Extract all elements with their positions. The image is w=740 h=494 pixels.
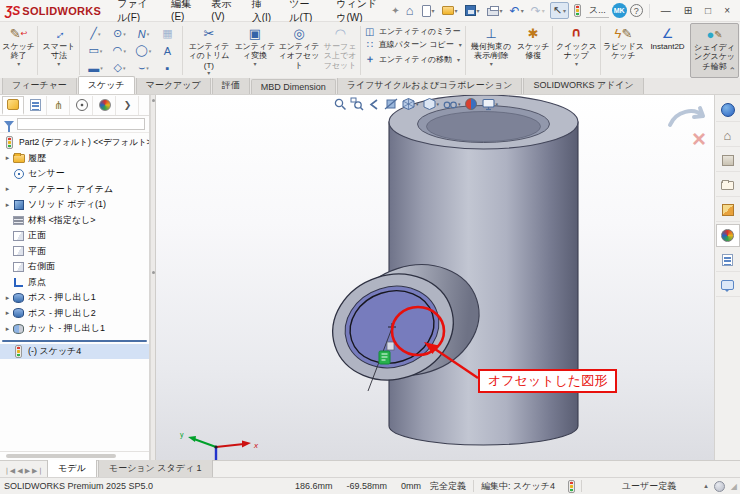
expand-arrow-icon[interactable]: ▸ [3,185,12,193]
ribbon-tab-2[interactable]: マークアップ [136,76,211,94]
tree-horizontal-scrollbar[interactable] [0,451,149,460]
next-tab-button[interactable]: ▶ [25,467,30,475]
select-tool-button[interactable]: ↖▾ [550,2,569,19]
document-tab-0[interactable]: モデル [47,459,97,477]
expand-arrow-icon[interactable]: ▸ [3,309,12,317]
prev-tab-button[interactable]: ◀ [17,467,22,475]
task-pane-view-palette[interactable] [716,199,740,222]
close-button[interactable]: × [719,5,735,16]
model-canvas[interactable]: × x y z [156,95,714,460]
units-caret-icon[interactable]: ▴ [704,482,708,490]
sketch-picture-tool[interactable]: ▦ [155,25,179,42]
arc-tool[interactable]: ◠▾ [107,42,131,59]
tab-dimxpert[interactable] [71,96,93,115]
graphics-viewport[interactable]: × x y z ▾ ▾ ▾ [156,95,714,460]
point-tool[interactable]: ▪ [155,59,179,76]
rectangle-tool[interactable]: ▭▾ [83,42,107,59]
trim-entities-button[interactable]: ✂ エンティティのトリム(T)▾ [184,23,233,78]
print-button[interactable]: ▾ [485,4,505,17]
display-style-button[interactable]: ▾ [421,97,441,111]
open-button[interactable]: ▾ [440,5,460,16]
tree-item-solid[interactable]: ▸ソリッド ボディ(1) [0,197,149,213]
cancel-sketch-corner-icon[interactable]: × [692,125,706,152]
user-avatar[interactable]: MK [612,3,627,18]
help-button[interactable]: ? [630,4,643,17]
resize-grip[interactable]: ◢ [731,482,736,491]
expand-arrow-icon[interactable]: ▸ [3,325,12,333]
ribbon-tab-6[interactable]: SOLIDWORKS アドイン [523,76,643,94]
line-tool[interactable]: ╱▾ [83,25,107,42]
task-pane-3dexperience[interactable] [716,99,740,122]
edit-appearance-button[interactable] [463,97,479,111]
tab-property-manager[interactable] [25,96,47,115]
pin-icon[interactable]: ✦ [391,5,399,16]
exit-sketch-button[interactable]: ✎↩ スケッチ終了▾ [1,23,36,78]
tree-item-plane[interactable]: 正面 [0,228,149,244]
ribbon-collapse-chevron[interactable]: ⌃ [728,66,736,76]
smart-dimension-button[interactable]: ↔ スマート寸法▾ [39,23,78,78]
tab-overflow-chevron[interactable]: ❯ [117,96,139,115]
expand-arrow-icon[interactable]: ▸ [3,294,12,302]
ribbon-tab-5[interactable]: ライフサイクルおよびコラボレーション [337,76,523,94]
expand-arrow-icon[interactable]: ▸ [3,201,12,209]
redo-button[interactable]: ↷▾ [529,3,547,19]
apply-scene-button[interactable]: ▾ [480,97,500,111]
offset-entities-button[interactable]: ◎ エンティティオフセット [276,23,321,78]
ribbon-tab-0[interactable]: フィーチャー [2,76,77,94]
tree-item-folder[interactable]: ▸履歴 [0,151,149,167]
previous-view-button[interactable] [366,97,382,111]
zoom-to-fit-button[interactable] [332,97,348,111]
slot-tool[interactable]: ▬▾ [83,59,107,76]
text-tool[interactable]: A [155,42,179,59]
quick-snaps-button[interactable]: ∪ クイックスナップ▾ [554,23,599,78]
move-entities-button[interactable]: ＋エンティティの移動▾ [364,52,462,66]
tree-item-sensor[interactable]: センサー [0,166,149,182]
circle-tool[interactable]: ⊙▾ [107,25,131,42]
undo-button[interactable]: ↶▾ [508,3,526,19]
tree-item-plane[interactable]: 平面 [0,244,149,260]
task-pane-file-explorer[interactable] [716,174,740,197]
tree-item-sketch4[interactable]: (-) スケッチ4 [0,344,149,360]
ribbon-tab-1[interactable]: スケッチ [78,76,135,94]
hide-show-items-button[interactable]: ▾ [441,97,462,111]
tab-feature-manager[interactable] [2,96,24,115]
tree-item-material[interactable]: 材料 <指定なし> [0,213,149,229]
convert-entities-button[interactable]: ▣ エンティティ変換▾ [233,23,276,78]
ribbon-tab-3[interactable]: 評価 [212,76,250,94]
exit-sketch-corner-icon[interactable] [670,108,703,125]
linear-pattern-button[interactable]: ∷直線パターン コピー▾ [364,39,462,50]
first-tab-button[interactable]: ❘◀ [4,467,15,475]
rebuild-button[interactable] [572,3,583,18]
mirror-entities-button[interactable]: ◫エンティティのミラー [364,26,462,37]
scrollbar-thumb[interactable] [6,454,116,458]
offset-on-surface-button[interactable]: ◠ サーフェス上でオフセット [321,23,358,78]
restore-button[interactable]: ⊞ [679,5,697,16]
save-button[interactable]: ▾ [463,4,482,17]
tree-item-cut[interactable]: ▸カット - 押し出し1 [0,321,149,337]
section-view-button[interactable] [383,97,399,111]
tree-item-annot[interactable]: ▸アノテート アイテム [0,182,149,198]
tab-configuration-manager[interactable]: ⋔ [48,96,70,115]
instant2d-button[interactable]: ∠ Instant2D [645,23,690,78]
zoom-to-area-button[interactable] [349,97,365,111]
display-delete-relations-button[interactable]: ⊥ 幾何拘束の表示/削除▾ [467,23,516,78]
document-tab-1[interactable]: モーション スタディ 1 [98,459,213,477]
task-pane-design-library[interactable] [716,149,740,172]
command-search[interactable]: ス... [586,4,609,18]
view-orientation-button[interactable]: ▾ [400,97,420,111]
maximize-button[interactable]: □ [700,5,716,16]
expand-arrow-icon[interactable]: ▸ [3,154,12,162]
rapid-sketch-button[interactable]: ϟ✎ ラピッドスケッチ [602,23,645,78]
home-icon[interactable]: ⌂ [406,3,414,18]
tree-item-origin[interactable]: 原点 [0,275,149,291]
tree-item-boss[interactable]: ▸ボス - 押し出し1 [0,290,149,306]
task-pane-comments[interactable] [716,274,740,297]
tree-filter-input[interactable] [17,118,145,130]
filter-funnel-icon[interactable] [4,121,14,127]
rollback-bar[interactable] [2,340,147,342]
task-pane-appearances[interactable] [716,224,740,247]
status-globe-icon[interactable] [714,481,725,492]
task-pane-custom-properties[interactable] [716,249,740,272]
tree-item-boss[interactable]: ▸ボス - 押し出し2 [0,306,149,322]
tab-display-manager[interactable] [94,96,116,115]
